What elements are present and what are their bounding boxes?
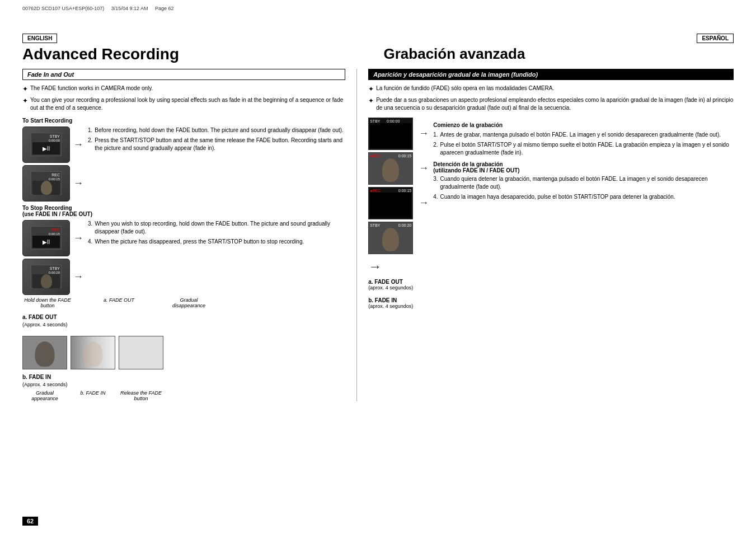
start-recording-title: To Start Recording xyxy=(22,118,345,124)
sp-fade-in-label: b. FADE IN xyxy=(368,297,413,303)
spanish-column: Aparición y desaparición gradual de la i… xyxy=(360,69,734,401)
sp-camera-row-3: ●REC0:00:15 → xyxy=(368,187,429,219)
camera-row-3: REC0:00:15 ▶II → xyxy=(22,220,83,256)
sp-start-title: Comienzo de la grabación xyxy=(433,122,734,128)
captions-row: Hold down the FADE button a. FADE OUT Gr… xyxy=(22,297,345,308)
doc-date: 3/15/04 9:12 AM xyxy=(111,6,148,11)
camera-row-1: STBY0:00:00 ▶II → xyxy=(22,127,83,163)
english-bullet-2: ✦ You can give your recording a professi… xyxy=(22,96,345,112)
page-number: 62 xyxy=(22,517,38,526)
caption-hold: Hold down the FADE button xyxy=(22,297,73,308)
sp-camera-row-4: STBY0:00:20 xyxy=(368,222,429,254)
sp-fade-out-arrow-row: → xyxy=(368,259,734,274)
camera-row-2: REC0:00:15 → xyxy=(22,165,83,202)
fade-demo-section: a. FADE OUT (Approx. 4 seconds) xyxy=(22,314,345,369)
sp-long-arrow: → xyxy=(368,259,382,274)
page-container: 00762D SCD107 USA+ESP(60-107) 3/15/04 9:… xyxy=(0,0,756,534)
spanish-bullets: ✦ La función de fundido (FADE) sólo oper… xyxy=(368,85,734,112)
fade-out-label: a. FADE OUT xyxy=(22,314,163,320)
main-titles: Advanced Recording Grabación avanzada xyxy=(22,45,734,63)
sp-arrow-3: → xyxy=(419,197,429,209)
start-steps-container: 1. Before recording, hold down the FADE … xyxy=(88,127,345,157)
caption-fade-out: a. FADE OUT xyxy=(95,297,143,308)
spanish-badge: ESPAÑOL xyxy=(697,34,734,43)
fade-in-section: b. FADE IN (Approx. 4 seconds) xyxy=(22,374,345,387)
bullet-cross-icon-2: ✦ xyxy=(22,96,28,112)
sp-stop-title: Detención de la grabación (utilizando FA… xyxy=(433,161,734,174)
stop-steps: 3. When you wish to stop recording, hold… xyxy=(88,220,345,246)
fade-img-a3 xyxy=(119,336,163,369)
bottom-captions: Gradual appearance b. FADE IN Release th… xyxy=(22,390,345,401)
fade-img-a1 xyxy=(22,336,67,369)
sp-bullet-cross-2: ✦ xyxy=(368,96,374,112)
document-meta: 00762D SCD107 USA+ESP(60-107) 3/15/04 9:… xyxy=(22,6,173,11)
sp-steps-container: Comienzo de la grabación 1. Antes de gra… xyxy=(433,118,734,205)
sp-bullet-cross-1: ✦ xyxy=(368,85,374,94)
fade-in-sub: (Approx. 4 seconds) xyxy=(22,382,345,387)
camera-body-3: REC0:00:15 ▶II xyxy=(22,220,70,256)
fade-out-section: a. FADE OUT (Approx. 4 seconds) xyxy=(22,314,163,369)
stop-steps-container: 3. When you wish to stop recording, hold… xyxy=(88,220,345,250)
english-badge: ENGLISH xyxy=(22,34,57,43)
sp-fade-in-block-row: b. FADE IN (aprox. 4 segundos) xyxy=(368,297,734,309)
sp-stop-steps: 3. Cuando quiera detener la grabación, m… xyxy=(433,175,734,201)
stop-recording-title: To Stop Recording (use FADE IN / FADE OU… xyxy=(22,205,345,217)
caption-gradual-dis: Gradual disappearance xyxy=(165,297,213,308)
stop-step-4: 4. When the picture has disappeared, pre… xyxy=(88,238,345,246)
english-section-header: Fade In and Out xyxy=(22,69,345,80)
doc-page-ref: Page 62 xyxy=(155,6,174,11)
camera-body-2: REC0:00:15 xyxy=(22,165,70,202)
fade-img-a2 xyxy=(71,336,115,369)
sp-stop-step-4: 4. Cuando la imagen haya desaparecido, p… xyxy=(433,193,734,201)
sp-camera-row-2: ●REC0:00:15 → xyxy=(368,152,429,185)
main-content: Fade In and Out ✦ The FADE function work… xyxy=(22,69,734,401)
fade-in-label: b. FADE IN xyxy=(22,374,345,380)
sp-fade-out-block: a. FADE OUT (aprox. 4 segundos) xyxy=(368,279,413,291)
sp-arrow-1: → xyxy=(419,128,429,139)
spanish-bullet-1: ✦ La función de fundido (FADE) sólo oper… xyxy=(368,85,734,94)
sp-start-step-1: 1. Antes de grabar, mantenga pulsado el … xyxy=(433,131,734,139)
arrow-2: → xyxy=(73,177,83,189)
doc-id: 00762D SCD107 USA+ESP(60-107) xyxy=(22,6,104,11)
bullet-cross-icon: ✦ xyxy=(22,85,28,94)
title-english: Advanced Recording xyxy=(22,45,373,63)
sp-cam-screen-2: ●REC0:00:15 xyxy=(368,152,413,185)
sp-start-step-2: 2. Pulse el botón START/STOP y al mismo … xyxy=(433,141,734,157)
sp-start-steps: 1. Antes de grabar, mantenga pulsado el … xyxy=(433,131,734,157)
sp-camera-row-1: STBY 0:00:00 → xyxy=(368,118,429,150)
sp-stop-step-3: 3. Cuando quiera detener la grabación, m… xyxy=(433,175,734,191)
sp-arrow-2: → xyxy=(419,162,429,174)
sp-fade-in-block: b. FADE IN (aprox. 4 segundos) xyxy=(368,297,413,309)
camera-body-4: STBY0:00:20 xyxy=(22,259,70,295)
sp-fade-labels: a. FADE OUT (aprox. 4 segundos) xyxy=(368,279,734,291)
sp-cam-screen-3: ●REC0:00:15 xyxy=(368,187,413,219)
camera-body-1: STBY0:00:00 ▶II xyxy=(22,127,70,163)
column-divider xyxy=(356,69,357,401)
camera-row-4: STBY0:00:20 → xyxy=(22,259,83,295)
sp-fade-out-label: a. FADE OUT xyxy=(368,279,413,285)
start-step-2: 2. Press the START/STOP button and at th… xyxy=(88,137,345,152)
title-spanish: Grabación avanzada xyxy=(373,45,734,63)
spanish-section-header: Aparición y desaparición gradual de la i… xyxy=(368,69,734,80)
arrow-1: → xyxy=(73,139,83,151)
sp-cam-screen-4: STBY0:00:20 xyxy=(368,222,413,254)
sp-cam-screen-1: STBY 0:00:00 xyxy=(368,118,413,150)
english-bullets: ✦ The FADE function works in CAMERA mode… xyxy=(22,85,345,112)
caption-release: Release the FADE button xyxy=(119,390,163,401)
arrow-3: → xyxy=(73,232,83,244)
english-bullet-1: ✦ The FADE function works in CAMERA mode… xyxy=(22,85,345,94)
caption-gradual-app: Gradual appearance xyxy=(22,390,67,401)
spanish-bullet-2: ✦ Puede dar a sus grabaciones un aspecto… xyxy=(368,96,734,112)
start-step-1: 1. Before recording, hold down the FADE … xyxy=(88,127,345,134)
start-steps: 1. Before recording, hold down the FADE … xyxy=(88,127,345,152)
sp-fade-in-sub: (aprox. 4 segundos) xyxy=(368,303,413,309)
stop-step-3: 3. When you wish to stop recording, hold… xyxy=(88,220,345,236)
arrow-4: → xyxy=(73,271,83,283)
language-badges: ENGLISH ESPAÑOL xyxy=(22,34,734,43)
fade-out-sub: (Approx. 4 seconds) xyxy=(22,322,163,327)
sp-fade-out-sub: (aprox. 4 segundos) xyxy=(368,285,413,291)
caption-b-fade-in: b. FADE IN xyxy=(71,390,115,401)
english-column: Fade In and Out ✦ The FADE function work… xyxy=(22,69,354,401)
